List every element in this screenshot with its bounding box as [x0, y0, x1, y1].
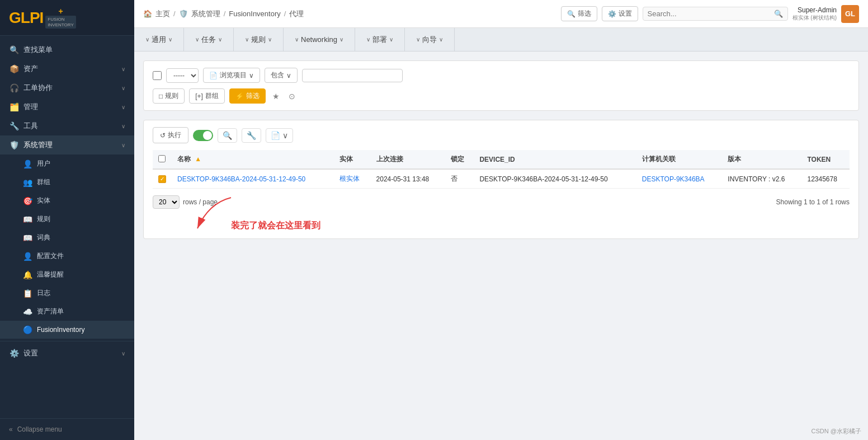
user-avatar[interactable]: GL: [841, 5, 859, 23]
sidebar-item-users[interactable]: 👤 用户: [0, 155, 134, 173]
nav-arrow-right: ∨: [389, 36, 393, 43]
nav-arrow-left: ∨: [245, 36, 249, 43]
row-checkbox-checked[interactable]: ✓: [158, 175, 166, 183]
tools-icon: 🔧: [9, 121, 19, 130]
clock-button[interactable]: ⊙: [286, 90, 298, 103]
nav-tasks[interactable]: ∨ 任务 ∨: [184, 28, 234, 51]
star-button[interactable]: ★: [270, 90, 282, 103]
row-checkbox-cell: ✓: [153, 169, 172, 189]
chevron-down-icon: ∨: [121, 104, 125, 110]
filter-select-default[interactable]: -----: [166, 68, 199, 83]
row-version-value: INVENTORY : v2.6: [728, 175, 785, 183]
sidebar-item-settings[interactable]: ⚙️ 设置 ∨: [0, 344, 134, 363]
filter-button[interactable]: 🔍 筛选: [561, 6, 597, 21]
th-locked[interactable]: 锁定: [445, 150, 474, 169]
sidebar-item-fusion-inventory[interactable]: 🔵 FusionInventory: [0, 321, 134, 339]
search-input[interactable]: [648, 10, 774, 18]
th-computer[interactable]: 计算机关联: [636, 150, 723, 169]
sidebar-item-label: 配置文件: [37, 251, 64, 261]
chevron-down-icon: ∨: [121, 142, 125, 148]
nav-wizard[interactable]: ∨ 向导 ∨: [405, 28, 455, 51]
sidebar-item-profiles[interactable]: 👤 配置文件: [0, 247, 134, 265]
nav-networking[interactable]: ∨ Networking ∨: [284, 28, 355, 51]
th-device-id[interactable]: DEVICE_ID: [474, 150, 636, 169]
nav-arrow-right: ∨: [339, 36, 343, 43]
user-icon: 👤: [22, 160, 32, 168]
nav-deploy[interactable]: ∨ 部署 ∨: [355, 28, 405, 51]
select-all-checkbox[interactable]: [158, 155, 166, 162]
sidebar-item-dictionary[interactable]: 📖 词典: [0, 228, 134, 247]
sidebar-item-label: 设置: [23, 348, 38, 358]
sidebar-item-label: 实体: [37, 196, 50, 205]
filter-active-button[interactable]: ⚡ 筛选: [229, 88, 266, 104]
row-last-connect-value: 2024-05-31 13:48: [376, 175, 430, 183]
sidebar-item-system-admin[interactable]: 🛡️ 系统管理 ∨: [0, 135, 134, 155]
sidebar-item-logs[interactable]: 📋 日志: [0, 284, 134, 302]
sidebar-item-asset-list[interactable]: ☁️ 资产清单: [0, 302, 134, 321]
groups-icon: 👥: [22, 178, 32, 187]
nav-rules[interactable]: ∨ 规则 ∨: [234, 28, 284, 51]
collapse-icon: «: [9, 425, 13, 433]
chevron-down-icon: ∨: [121, 350, 125, 357]
rules-button[interactable]: □ 规则: [153, 88, 185, 104]
nav-arrow-right: ∨: [439, 36, 443, 43]
row-name-link[interactable]: DESKTOP-9K346BA-2024-05-31-12-49-50: [177, 175, 305, 183]
data-table: 名称 ▲ 实体 上次连接 锁定 DEVICE_ID: [153, 150, 850, 189]
nav-general[interactable]: ∨ 通用 ∨: [134, 28, 184, 51]
group-button[interactable]: [+] 群组: [189, 88, 225, 104]
toolbar-wrench-button[interactable]: 🔧: [242, 128, 261, 143]
sidebar-item-work-order[interactable]: 🎧 工单协作 ∨: [0, 78, 134, 97]
filter-value-input[interactable]: [302, 69, 403, 82]
th-token[interactable]: TOKEN: [801, 150, 850, 169]
nav-arrow-right: ∨: [268, 36, 272, 43]
breadcrumb-sysadmin[interactable]: 系统管理: [191, 9, 220, 19]
header-actions: 🔍 筛选 ⚙️ 设置 🔍 Super-Admin 根实体 (树状结构) GL: [561, 5, 859, 23]
browse-items-button[interactable]: 📄 浏览项目 ∨: [203, 68, 260, 83]
nav-arrow-left: ∨: [416, 36, 420, 43]
user-entity: 根实体 (树状结构): [792, 14, 837, 22]
sidebar-item-rules[interactable]: 📖 规则: [0, 210, 134, 228]
contains-button[interactable]: 包含 ∨: [265, 68, 298, 83]
collapse-menu-button[interactable]: « Collapse menu: [0, 418, 134, 440]
toolbar-export-button[interactable]: 📄 ∨: [266, 128, 293, 143]
sidebar-item-find-menu[interactable]: 🔍 查找菜单: [0, 40, 134, 59]
filter-checkbox[interactable]: [153, 71, 162, 80]
toolbar-search-icon: 🔍: [223, 131, 232, 140]
contains-arrow: ∨: [286, 72, 291, 79]
row-entity-link[interactable]: 根实体: [339, 175, 360, 182]
toggle-switch[interactable]: [193, 130, 213, 141]
settings-button[interactable]: ⚙️ 设置: [602, 6, 638, 21]
sidebar-item-tools[interactable]: 🔧 工具 ∨: [0, 116, 134, 135]
sidebar-item-notifications[interactable]: 🔔 温馨提醒: [0, 265, 134, 284]
toolbar-search-button[interactable]: 🔍: [218, 128, 237, 143]
row-computer-cell: DESKTOP-9K346BA: [636, 169, 723, 189]
rows-per-page-select[interactable]: 20: [153, 195, 180, 209]
sidebar-navigation: 🔍 查找菜单 📦 资产 ∨ 🎧 工单协作 ∨ 🗂️ 管理 ∨ 🔧 工具 ∨ 🛡️…: [0, 36, 134, 418]
bell-icon: 🔔: [22, 270, 32, 279]
nav-arrow-right: ∨: [168, 36, 172, 43]
sidebar-item-label: 资产: [23, 64, 38, 74]
execute-icon: ↺: [160, 132, 166, 139]
execute-button[interactable]: ↺ 执行: [153, 127, 188, 143]
table-header-row: 名称 ▲ 实体 上次连接 锁定 DEVICE_ID: [153, 150, 850, 169]
sidebar-item-assets[interactable]: 📦 资产 ∨: [0, 59, 134, 78]
breadcrumb-fusion[interactable]: FusionInventory: [229, 10, 281, 18]
search-icon: 🔍: [774, 10, 783, 18]
th-version[interactable]: 版本: [722, 150, 801, 169]
th-entity[interactable]: 实体: [334, 150, 370, 169]
th-name[interactable]: 名称 ▲: [172, 150, 334, 169]
breadcrumb-sep: /: [224, 10, 226, 18]
sidebar-item-label: 资产清单: [37, 307, 64, 316]
row-computer-link[interactable]: DESKTOP-9K346BA: [642, 175, 705, 183]
sidebar-item-management[interactable]: 🗂️ 管理 ∨: [0, 97, 134, 116]
th-last-connect[interactable]: 上次连接: [371, 150, 446, 169]
logo-plus: +: [58, 7, 63, 16]
cloud-icon: ☁️: [22, 307, 32, 316]
breadcrumb-home[interactable]: 主页: [155, 9, 170, 19]
sidebar-item-entities[interactable]: 🎯 实体: [0, 191, 134, 210]
content-area: ----- 📄 浏览项目 ∨ 包含 ∨ □ 规则: [134, 52, 868, 440]
col-last-connect-label: 上次连接: [376, 155, 403, 163]
gear-icon: ⚙️: [9, 349, 19, 358]
col-entity-label: 实体: [339, 155, 353, 163]
sidebar-item-groups[interactable]: 👥 群组: [0, 173, 134, 191]
